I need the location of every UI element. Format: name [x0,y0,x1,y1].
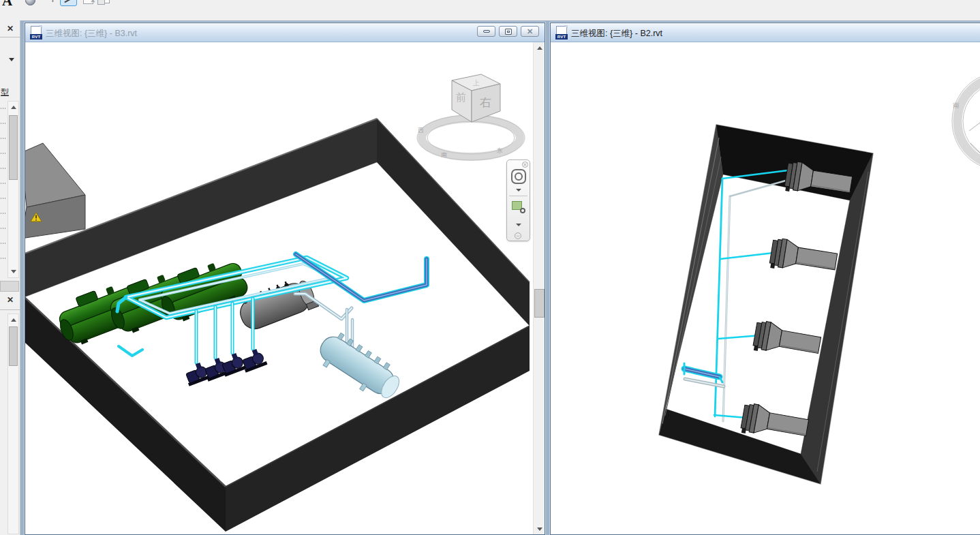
viewcube-compass-partial[interactable]: 南 [952,72,980,170]
type-selector-dropdown-icon[interactable] [9,58,14,61]
vertical-scrollbar[interactable] [533,42,545,534]
properties-panel-close-button[interactable]: ✕ [3,23,18,35]
viewcube-top-label: 上 [472,79,480,87]
cascade-windows-icon[interactable] [100,0,110,3]
navbar-collapse-icon[interactable]: − [515,232,521,239]
scroll-up-icon[interactable] [534,42,545,53]
sphere-icon[interactable] [25,0,35,5]
zoom-region-icon[interactable] [512,201,522,210]
thin-lines-toggle[interactable] [60,0,77,6]
ribbon-bottom-strip: A + ✕ [0,0,980,20]
wheel-dropdown-icon[interactable] [516,189,521,192]
adjacent-block[interactable] [25,143,85,239]
view-window-b2: RVT 三维视图: {三维} - B2.rvt [550,22,980,535]
restore-button[interactable] [499,26,517,37]
navigation-bar: ✕ − [506,159,530,241]
scroll-down-icon[interactable] [8,266,18,277]
viewcube-front-label: 前 [456,91,466,103]
drawing-area-b2: 南 [551,42,980,534]
property-row-separators [0,102,7,273]
navbar-divider [509,196,527,196]
compass-east-label: 东 [496,147,503,154]
text-annotation-icon[interactable]: A [2,0,12,10]
minimize-button[interactable] [477,26,495,37]
scrollbar-thumb[interactable] [9,326,18,366]
rvt-file-icon: RVT [31,26,42,39]
compass-south-label: 南 [441,151,447,158]
scroll-up-icon[interactable] [8,315,18,325]
model-view-b2[interactable]: 南 [551,42,980,534]
drawing-area-b3: 西 南 东 上 前 右 ✕ − [25,42,545,534]
scroll-down-icon[interactable] [534,523,545,534]
window-title: 三维视图: {三维} - B2.rvt [571,28,662,40]
revit-workspace: A + ✕ ✕ 型 ✕ RVT 三维视图: { [0,0,980,535]
viewcube-right-label: 右 [480,96,491,109]
close-button[interactable]: ✕ [521,26,539,37]
rvt-file-icon: RVT [556,26,567,39]
panel-divider [0,309,20,310]
compass-south-label: 南 [953,102,960,109]
window-titlebar[interactable]: RVT 三维视图: {三维} - B2.rvt [551,23,980,42]
scrollbar-thumb[interactable] [534,289,545,318]
properties-scrollbar[interactable] [7,101,19,278]
window-titlebar[interactable]: RVT 三维视图: {三维} - B3.rvt ✕ [25,23,545,42]
panel-divider [0,37,20,37]
project-browser-close-button[interactable]: ✕ [3,294,18,306]
viewcube[interactable]: 西 南 东 上 前 右 [416,70,529,164]
compass-west-label: 西 [418,127,424,134]
navbar-close-icon[interactable]: ✕ [522,162,528,168]
edit-type-link[interactable]: 型 [1,87,9,98]
close-hidden-windows-icon[interactable]: ✕ [83,0,93,4]
viewcube-compass-ring[interactable] [422,119,520,157]
add-icon[interactable]: + [50,0,56,5]
zoom-dropdown-icon[interactable] [516,224,521,226]
steering-wheel-icon[interactable] [511,169,526,184]
scroll-up-icon[interactable] [8,102,18,112]
browser-scrollbar[interactable] [7,314,19,534]
view-window-b3: RVT 三维视图: {三维} - B3.rvt ✕ [25,22,545,535]
docked-panel-edge: ✕ 型 ✕ [0,20,20,535]
panel-footer-cell [0,281,19,292]
window-title: 三维视图: {三维} - B3.rvt [46,28,137,40]
scrollbar-thumb[interactable] [9,115,18,180]
